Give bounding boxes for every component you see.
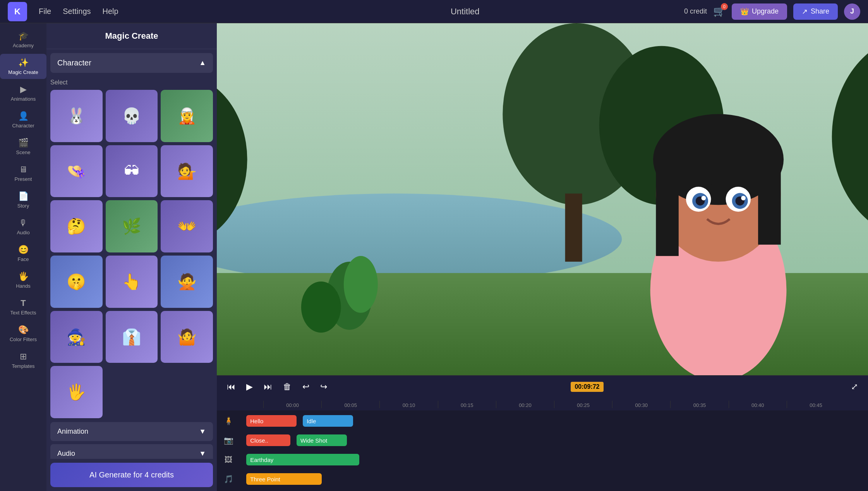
cart-button[interactable]: 🛒 0 <box>713 5 726 17</box>
character-card-10[interactable]: 🤫 <box>50 256 103 308</box>
sidebar-label-audio: Audio <box>17 230 29 235</box>
redo-button[interactable]: ↪ <box>318 379 329 394</box>
character-card-16[interactable]: 🖐 <box>50 366 103 418</box>
templates-icon: ⊞ <box>20 352 27 362</box>
track-content-camera[interactable]: Close.. Wide Shot <box>240 433 868 447</box>
segment-idle-label: Idle <box>307 418 316 424</box>
animations-icon: ▶ <box>20 84 27 94</box>
svg-rect-12 <box>565 194 582 262</box>
sidebar-label-magic-create: Magic Create <box>8 69 38 75</box>
character-card-14[interactable]: 👔 <box>106 311 158 363</box>
character-card-7[interactable]: 🤔 <box>50 200 103 252</box>
nav-file[interactable]: File <box>39 7 51 16</box>
character-figure-11: 👆 <box>106 256 158 308</box>
segment-hello[interactable]: Hello <box>246 415 297 427</box>
play-button[interactable]: ▶ <box>244 379 255 394</box>
preview-canvas <box>217 23 868 375</box>
character-figure-8: 🌿 <box>106 200 158 252</box>
track-content-audio[interactable]: Three Point <box>240 472 868 486</box>
sidebar-item-color-filters[interactable]: 🎨 Color Filters <box>0 321 46 346</box>
text-effects-icon: T <box>21 298 26 308</box>
character-figure-1: 🐰 <box>50 90 103 142</box>
nav-settings[interactable]: Settings <box>63 7 91 16</box>
svg-rect-20 <box>656 165 679 256</box>
character-figure-10: 🤫 <box>50 256 103 308</box>
segment-earthday[interactable]: Earthday <box>246 454 359 465</box>
sidebar-label-hands: Hands <box>16 283 31 289</box>
character-card-8[interactable]: 🌿 <box>106 200 158 252</box>
character-card-1[interactable]: 🐰 <box>50 90 103 142</box>
face-icon: 😊 <box>18 245 29 255</box>
magic-create-icon: ✨ <box>18 58 29 68</box>
character-card-11[interactable]: 👆 <box>106 256 158 308</box>
sidebar-label-text-effects: Text Effects <box>10 310 36 316</box>
character-card-2[interactable]: 💀 <box>106 90 158 142</box>
character-card-3[interactable]: 🧝 <box>161 90 213 142</box>
segment-earthday-label: Earthday <box>250 457 273 463</box>
sidebar-label-character: Character <box>12 123 34 129</box>
track-row-audio: 🎵 Three Point <box>217 470 868 488</box>
sidebar-item-story[interactable]: 📄 Story <box>0 187 46 213</box>
character-card-5[interactable]: 🕶 <box>106 145 158 197</box>
nav-help[interactable]: Help <box>103 7 118 16</box>
timeline-tracks: 🧍 Hello Idle 📷 Close. <box>217 410 868 491</box>
segment-three-point[interactable]: Three Point <box>246 473 322 485</box>
character-figure-5: 🕶 <box>106 145 158 197</box>
sidebar-item-magic-create[interactable]: ✨ Magic Create <box>0 54 46 79</box>
character-dropdown[interactable]: Character ▲ <box>50 53 213 73</box>
segment-three-point-label: Three Point <box>250 476 280 482</box>
sidebar-item-present[interactable]: 🖥 Present <box>0 161 46 186</box>
upgrade-button[interactable]: 👑 Upgrade <box>732 3 787 20</box>
character-card-13[interactable]: 🧙 <box>50 311 103 363</box>
sidebar-item-scene[interactable]: 🎬 Scene <box>0 134 46 159</box>
character-figure-7: 🤔 <box>50 200 103 252</box>
track-content-scene[interactable]: Earthday <box>240 453 868 467</box>
color-filters-icon: 🎨 <box>18 325 29 335</box>
story-icon: 📄 <box>18 191 29 201</box>
audio-dropdown[interactable]: Audio ▼ <box>50 444 213 459</box>
chevron-down-animation-icon: ▼ <box>199 427 206 436</box>
ruler-mark-1: 00:05 <box>321 401 379 408</box>
segment-idle[interactable]: Idle <box>303 415 353 427</box>
track-icon-camera: 📷 <box>217 436 240 445</box>
character-dropdown-label: Character <box>57 58 91 67</box>
character-card-9[interactable]: 👐 <box>161 200 213 252</box>
skip-back-button[interactable]: ⏮ <box>225 379 238 394</box>
segment-wide-shot-label: Wide Shot <box>300 437 327 444</box>
sidebar-label-face: Face <box>18 256 29 262</box>
ruler-mark-3: 00:15 <box>438 401 496 408</box>
credit-display: 0 credit <box>684 7 707 15</box>
track-row-animation: 🧍 Hello Idle <box>217 412 868 430</box>
sidebar-item-hands[interactable]: 🖐 Hands <box>0 268 46 293</box>
sidebar-item-templates[interactable]: ⊞ Templates <box>0 348 46 373</box>
sidebar-item-animations[interactable]: ▶ Animations <box>0 81 46 106</box>
app-title: Untitled <box>258 7 672 17</box>
segment-wide-shot[interactable]: Wide Shot <box>297 434 347 446</box>
animation-dropdown[interactable]: Animation ▼ <box>50 422 213 441</box>
segment-close[interactable]: Close.. <box>246 434 290 446</box>
skip-forward-button[interactable]: ⏭ <box>261 379 274 394</box>
ruler-mark-8: 00:40 <box>729 401 787 408</box>
sidebar-item-character[interactable]: 👤 Character <box>0 107 46 132</box>
sidebar-item-text-effects[interactable]: T Text Effects <box>0 294 46 319</box>
expand-button[interactable]: ⤢ <box>849 379 860 394</box>
sidebar-item-audio[interactable]: 🎙 Audio <box>0 214 46 239</box>
generate-button[interactable]: AI Generate for 4 credits <box>50 463 213 487</box>
left-sidebar: 🎓 Academy ✨ Magic Create ▶ Animations 👤 … <box>0 23 46 491</box>
sidebar-label-story: Story <box>17 203 29 209</box>
undo-button[interactable]: ↩ <box>300 379 312 394</box>
share-button[interactable]: ↗ Share <box>793 3 838 20</box>
delete-button[interactable]: 🗑 <box>281 379 294 394</box>
character-card-6[interactable]: 💁 <box>161 145 213 197</box>
character-card-4[interactable]: 👒 <box>50 145 103 197</box>
main-layout: 🎓 Academy ✨ Magic Create ▶ Animations 👤 … <box>0 23 868 491</box>
character-card-12[interactable]: 🙅 <box>161 256 213 308</box>
character-card-15[interactable]: 🤷 <box>161 311 213 363</box>
track-content-animation[interactable]: Hello Idle <box>240 414 868 428</box>
user-avatar[interactable]: J <box>844 3 860 20</box>
panel-title: Magic Create <box>46 23 217 49</box>
character-figure-4: 👒 <box>50 145 103 197</box>
sidebar-item-face[interactable]: 😊 Face <box>0 241 46 266</box>
sidebar-item-academy[interactable]: 🎓 Academy <box>0 27 46 52</box>
ruler-mark-4: 00:20 <box>496 401 554 408</box>
